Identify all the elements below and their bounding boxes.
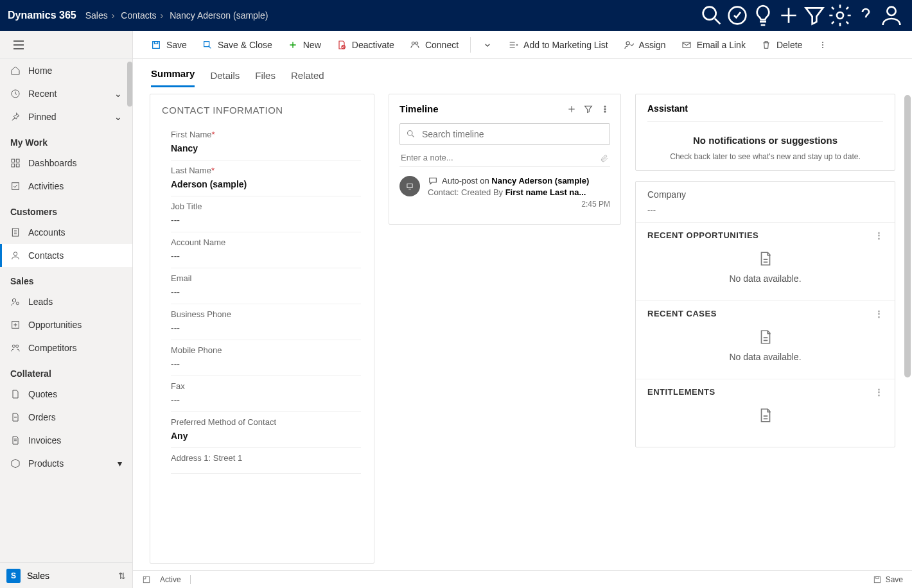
assistant-headline: No notifications or suggestions bbox=[647, 135, 883, 146]
updown-icon: ⇅ bbox=[118, 571, 126, 581]
sidebar-item-leads[interactable]: Leads bbox=[0, 290, 132, 313]
new-button[interactable]: New bbox=[281, 33, 328, 56]
svg-point-2 bbox=[837, 12, 843, 19]
field-label: Preferred Method of Contact bbox=[171, 417, 361, 427]
filter-icon[interactable] bbox=[802, 0, 827, 31]
timeline-time: 2:45 PM bbox=[428, 200, 610, 209]
field-value[interactable]: --- bbox=[171, 391, 361, 412]
help-icon[interactable] bbox=[853, 0, 879, 31]
assign-button[interactable]: Assign bbox=[617, 33, 672, 56]
timeline-more-icon[interactable] bbox=[600, 104, 610, 114]
status-save-button[interactable]: Save bbox=[873, 575, 903, 584]
save-close-button[interactable]: Save & Close bbox=[196, 33, 279, 56]
contact-info-card: CONTACT INFORMATION First Name*NancyLast… bbox=[150, 94, 374, 564]
svg-rect-7 bbox=[12, 164, 15, 167]
more-icon[interactable]: ⋮ bbox=[875, 309, 884, 318]
field-label: First Name* bbox=[171, 130, 361, 139]
sidebar-item-accounts[interactable]: Accounts bbox=[0, 221, 132, 244]
sidebar-item-orders[interactable]: Orders bbox=[0, 406, 132, 429]
field-value[interactable]: --- bbox=[171, 283, 361, 304]
sidebar: Home Recent⌄ Pinned⌄ My Work Dashboards … bbox=[0, 31, 133, 588]
sidebar-item-pinned[interactable]: Pinned⌄ bbox=[0, 105, 132, 128]
plus-icon[interactable] bbox=[776, 0, 802, 31]
autopost-icon bbox=[399, 176, 420, 196]
sidebar-item-opportunities[interactable]: Opportunities bbox=[0, 313, 132, 336]
svg-rect-5 bbox=[12, 159, 15, 162]
timeline-note-input[interactable]: Enter a note... bbox=[399, 149, 610, 167]
document-icon bbox=[757, 327, 774, 347]
command-bar: Save Save & Close New Deactivate Connect… bbox=[133, 31, 912, 59]
field-value[interactable]: --- bbox=[171, 211, 361, 232]
area-switcher[interactable]: S Sales ⇅ bbox=[0, 562, 132, 588]
field-value[interactable]: --- bbox=[171, 247, 361, 268]
svg-point-3 bbox=[887, 7, 895, 15]
more-icon[interactable]: ⋮ bbox=[875, 387, 884, 397]
marketing-button[interactable]: Add to Marketing List bbox=[502, 33, 615, 56]
company-value[interactable]: --- bbox=[647, 205, 883, 214]
status-active: Active bbox=[160, 575, 181, 584]
breadcrumb-0[interactable]: Sales bbox=[85, 10, 108, 21]
field-label: Fax bbox=[171, 381, 361, 391]
assistant-subtext: Check back later to see what's new and s… bbox=[647, 152, 883, 161]
sidebar-item-contacts[interactable]: Contacts bbox=[0, 244, 132, 267]
timeline-item[interactable]: Auto-post on Nancy Aderson (sample) Cont… bbox=[389, 169, 620, 215]
save-button[interactable]: Save bbox=[145, 33, 193, 56]
field-value[interactable]: --- bbox=[171, 319, 361, 340]
email-link-button[interactable]: Email a Link bbox=[675, 33, 752, 56]
svg-point-16 bbox=[16, 345, 19, 347]
field-value[interactable] bbox=[171, 463, 361, 474]
main-scrollbar[interactable] bbox=[904, 95, 911, 377]
deactivate-button[interactable]: Deactivate bbox=[330, 33, 401, 56]
svg-point-15 bbox=[12, 345, 15, 347]
field-value[interactable]: --- bbox=[171, 355, 361, 376]
recent-opportunities-header: RECENT OPPORTUNITIES bbox=[647, 230, 759, 240]
more-icon[interactable]: ⋮ bbox=[875, 230, 884, 240]
tab-summary[interactable]: Summary bbox=[151, 62, 195, 87]
task-icon[interactable] bbox=[724, 0, 750, 31]
hamburger-button[interactable] bbox=[0, 31, 132, 59]
connect-button[interactable]: Connect bbox=[403, 33, 465, 56]
field-value[interactable]: Aderson (sample) bbox=[171, 175, 361, 196]
svg-point-11 bbox=[13, 252, 17, 255]
field-value[interactable]: Nancy bbox=[171, 139, 361, 160]
timeline-filter-icon[interactable] bbox=[583, 104, 593, 114]
breadcrumb-2[interactable]: Nancy Aderson (sample) bbox=[170, 10, 268, 21]
lightbulb-icon[interactable] bbox=[750, 0, 776, 31]
svg-rect-32 bbox=[407, 184, 412, 188]
overflow-button[interactable] bbox=[811, 33, 834, 56]
svg-rect-17 bbox=[153, 41, 160, 48]
tab-details[interactable]: Details bbox=[210, 64, 240, 87]
svg-rect-8 bbox=[16, 164, 19, 167]
timeline-search-input[interactable] bbox=[399, 123, 610, 145]
attachment-icon[interactable] bbox=[600, 153, 609, 162]
connect-dropdown[interactable] bbox=[476, 33, 499, 56]
svg-rect-6 bbox=[16, 159, 19, 162]
chat-icon bbox=[428, 176, 438, 186]
svg-rect-24 bbox=[683, 42, 690, 48]
svg-point-29 bbox=[604, 108, 606, 110]
sidebar-scrollbar[interactable] bbox=[127, 62, 132, 107]
status-bar: Active Save bbox=[133, 570, 912, 588]
timeline-add-icon[interactable] bbox=[566, 104, 577, 114]
svg-rect-34 bbox=[874, 576, 880, 582]
search-icon[interactable] bbox=[699, 0, 724, 31]
field-value[interactable]: Any bbox=[171, 427, 361, 448]
sidebar-item-quotes[interactable]: Quotes bbox=[0, 383, 132, 406]
svg-rect-35 bbox=[875, 576, 879, 578]
sidebar-item-home[interactable]: Home bbox=[0, 59, 132, 82]
tab-related[interactable]: Related bbox=[291, 64, 324, 87]
sidebar-item-activities[interactable]: Activities bbox=[0, 175, 132, 198]
sidebar-item-recent[interactable]: Recent⌄ bbox=[0, 82, 132, 105]
sidebar-item-invoices[interactable]: Invoices bbox=[0, 429, 132, 452]
field-label: Job Title bbox=[171, 202, 361, 211]
gear-icon[interactable] bbox=[827, 0, 853, 31]
sidebar-item-products[interactable]: Products▾ bbox=[0, 452, 132, 475]
field-label: Address 1: Street 1 bbox=[171, 453, 361, 463]
sidebar-item-dashboards[interactable]: Dashboards bbox=[0, 151, 132, 175]
popout-icon[interactable] bbox=[142, 575, 151, 584]
sidebar-item-competitors[interactable]: Competitors bbox=[0, 336, 132, 359]
breadcrumb-1[interactable]: Contacts bbox=[121, 10, 156, 21]
user-icon[interactable] bbox=[879, 0, 904, 31]
tab-files[interactable]: Files bbox=[255, 64, 276, 87]
delete-button[interactable]: Delete bbox=[755, 33, 809, 56]
